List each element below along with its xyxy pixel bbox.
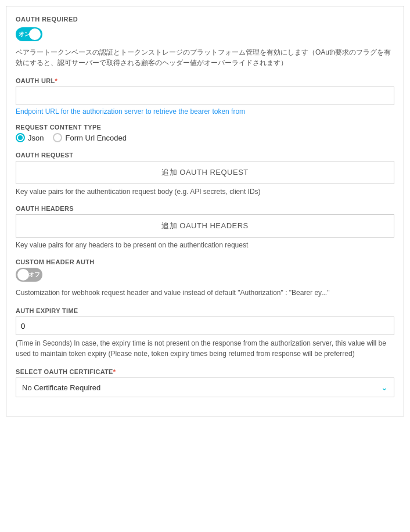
oauth-url-label: OAUTH URL* — [16, 77, 394, 84]
custom-header-auth-toggle[interactable]: オフ — [16, 268, 42, 282]
oauth-url-required: * — [55, 77, 57, 84]
toggle-knob — [29, 28, 41, 40]
radio-form-url-encoded-circle[interactable] — [53, 133, 62, 142]
custom-header-toggle-knob — [17, 269, 29, 281]
auth-expiry-time-input[interactable] — [16, 317, 394, 335]
select-oauth-cert-required: * — [113, 368, 116, 375]
custom-header-auth-description: Customization for webhook request header… — [16, 287, 394, 298]
auth-expiry-time-label: AUTH EXPIRY TIME — [16, 307, 394, 314]
radio-json-circle[interactable] — [16, 133, 25, 142]
oauth-request-hint: Key value pairs for the authentication r… — [16, 188, 394, 196]
add-oauth-headers-button[interactable]: 追加 OAUTH HEADERS — [16, 214, 394, 238]
toggle-on-label: オン — [19, 30, 30, 38]
radio-form-url-encoded[interactable]: Form Url Encoded — [53, 133, 126, 142]
oauth-headers-hint: Key value pairs for any headers to be pr… — [16, 241, 394, 249]
select-oauth-cert-label: SELECT OAUTH CERTIFICATE* — [16, 368, 394, 375]
oauth-required-toggle[interactable]: オン — [16, 27, 42, 41]
chevron-down-icon: ⌄ — [381, 383, 388, 392]
oauth-url-hint: Endpoint URL for the authorization serve… — [16, 107, 394, 116]
oauth-url-input[interactable] — [16, 87, 394, 105]
oauth-cert-select-wrapper[interactable]: No Certificate Required ⌄ — [16, 378, 394, 397]
custom-header-toggle-off-label: オフ — [28, 271, 40, 279]
oauth-required-description: ベアラートークンベースの認証とトークンストレージのプラットフォーム管理を有効にし… — [16, 47, 394, 68]
oauth-request-label: OAUTH REQUEST — [16, 152, 394, 159]
radio-json[interactable]: Json — [16, 133, 44, 142]
request-content-type-label: REQUEST CONTENT TYPE — [16, 124, 394, 131]
add-oauth-request-button[interactable]: 追加 OAUTH REQUEST — [16, 161, 394, 184]
oauth-cert-value: No Certificate Required — [22, 383, 100, 392]
request-content-type-group: Json Form Url Encoded — [16, 133, 394, 142]
oauth-required-title: OAUTH REQUIRED — [16, 16, 394, 23]
radio-json-label: Json — [28, 134, 44, 142]
oauth-cert-select[interactable]: No Certificate Required ⌄ — [16, 378, 394, 397]
custom-header-auth-label: CUSTOM HEADER AUTH — [16, 258, 394, 265]
auth-expiry-time-hint: (Time in Seconds) In case, the expiry ti… — [16, 338, 394, 359]
oauth-headers-label: OAUTH HEADERS — [16, 205, 394, 212]
radio-form-url-encoded-label: Form Url Encoded — [65, 134, 126, 142]
